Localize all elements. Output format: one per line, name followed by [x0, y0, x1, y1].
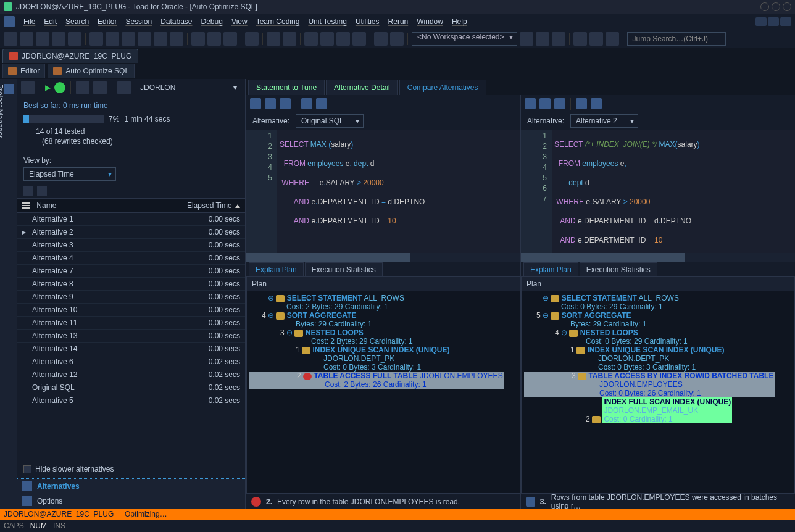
- menu-debug[interactable]: Debug: [201, 17, 223, 26]
- toolbar-button[interactable]: [374, 32, 388, 46]
- menu-team-coding[interactable]: Team Coding: [256, 17, 300, 26]
- toolbar-button[interactable]: [320, 32, 334, 46]
- folder-button[interactable]: [76, 81, 89, 94]
- alternative-row[interactable]: Alternative 30.00 secs: [17, 239, 245, 252]
- alternative-detail-tab[interactable]: Alternative Detail: [326, 80, 398, 95]
- explain-plan-tab[interactable]: Explain Plan: [523, 262, 578, 276]
- workspace-combo[interactable]: <No Workspace selected>: [412, 32, 517, 46]
- statement-to-tune-tab[interactable]: Statement to Tune: [248, 80, 325, 95]
- toolbar-button[interactable]: [390, 32, 404, 46]
- save-button[interactable]: [250, 98, 261, 109]
- play-button[interactable]: ▶: [45, 83, 51, 92]
- hide-slower-checkbox[interactable]: [23, 465, 31, 473]
- copy-button[interactable]: [280, 98, 291, 109]
- view-by-select[interactable]: Elapsed Time: [23, 167, 116, 181]
- toolbar-button[interactable]: [68, 32, 81, 46]
- toolbar-button[interactable]: [606, 32, 619, 46]
- toolbar-button[interactable]: [36, 32, 49, 46]
- toolbar-button[interactable]: [336, 32, 350, 46]
- mdi-close-button[interactable]: [780, 17, 791, 26]
- alternative-row[interactable]: Alternative 120.02 secs: [17, 368, 245, 381]
- highlight-button[interactable]: [316, 98, 327, 109]
- edit-button[interactable]: [576, 98, 587, 109]
- print-button[interactable]: [265, 98, 276, 109]
- menu-session[interactable]: Session: [125, 17, 152, 26]
- menu-database[interactable]: Database: [160, 17, 192, 26]
- right-plan-tree[interactable]: ⊖ SELECT STATEMENT ALL_ROWS Cost: 0 Byte…: [522, 291, 794, 493]
- alternative-row[interactable]: Alternative 100.00 secs: [17, 304, 245, 317]
- highlight-button[interactable]: [591, 98, 602, 109]
- compare-alternatives-tab[interactable]: Compare Alternatives: [399, 80, 486, 95]
- toolbar-button[interactable]: [573, 32, 587, 46]
- toolbar-button[interactable]: [267, 32, 280, 46]
- alternative-row[interactable]: Alternative 50.02 secs: [17, 394, 245, 407]
- toolbar-button[interactable]: [122, 32, 135, 46]
- stop-button[interactable]: [54, 82, 65, 93]
- alternative-row[interactable]: Alternative 10.00 secs: [17, 213, 245, 226]
- print-button[interactable]: [539, 98, 551, 109]
- toolbar-button[interactable]: [138, 32, 151, 46]
- left-plan-tree[interactable]: ⊖ SELECT STATEMENT ALL_ROWS Cost: 2 Byte…: [247, 291, 520, 493]
- elapsed-column-header[interactable]: Elapsed Time: [159, 199, 245, 212]
- menu-view[interactable]: View: [231, 17, 248, 26]
- toolbar-button[interactable]: [20, 32, 33, 46]
- toolbar-button[interactable]: [89, 32, 103, 46]
- alternative-row[interactable]: Alternative 90.00 secs: [17, 291, 245, 304]
- db-button[interactable]: [117, 81, 131, 94]
- left-sql-editor[interactable]: 12345 SELECT MAX (salary) FROM employees…: [246, 130, 520, 253]
- wand-button[interactable]: [21, 81, 35, 94]
- copy-button[interactable]: [554, 98, 565, 109]
- explain-plan-tab[interactable]: Explain Plan: [249, 262, 304, 276]
- toolbar-button[interactable]: [106, 32, 119, 46]
- right-alternative-combo[interactable]: Alternative 2: [570, 114, 638, 128]
- toolbar-button[interactable]: [52, 32, 65, 46]
- mdi-min-button[interactable]: [755, 17, 767, 26]
- jump-search[interactable]: Jump Search…(Ctrl+J): [627, 32, 726, 46]
- menu-file[interactable]: File: [23, 17, 35, 26]
- alternative-row[interactable]: Alternative 60.02 secs: [17, 355, 245, 368]
- name-column-header[interactable]: Name: [17, 199, 159, 212]
- alternative-row[interactable]: Alternative 130.00 secs: [17, 330, 245, 343]
- toolbar-button[interactable]: [283, 32, 296, 46]
- options-tab[interactable]: Options: [17, 494, 245, 509]
- toolbar-button[interactable]: [207, 32, 221, 46]
- right-sql-editor[interactable]: 1234567 SELECT /*+ INDEX_JOIN(E) */ MAX(…: [521, 130, 795, 253]
- alternative-row[interactable]: Original SQL0.02 secs: [17, 381, 245, 394]
- save-button[interactable]: [525, 98, 536, 109]
- menu-editor[interactable]: Editor: [98, 17, 117, 26]
- toolbar-button[interactable]: [520, 32, 533, 46]
- minimize-button[interactable]: [760, 2, 769, 11]
- execution-statistics-tab[interactable]: Execution Statistics: [305, 262, 383, 276]
- toolbar-button[interactable]: [154, 32, 167, 46]
- toolbar-button[interactable]: [170, 32, 183, 46]
- close-button[interactable]: [783, 2, 791, 11]
- mdi-max-button[interactable]: [768, 17, 779, 26]
- schema-combo[interactable]: JDORLON: [135, 81, 241, 94]
- menu-utilities[interactable]: Utilities: [356, 17, 380, 26]
- toolbar-button[interactable]: [589, 32, 603, 46]
- edit-button[interactable]: [301, 98, 312, 109]
- alternative-row[interactable]: Alternative 70.00 secs: [17, 265, 245, 278]
- alternative-row[interactable]: Alternative 20.00 secs: [17, 226, 245, 239]
- alternative-row[interactable]: Alternative 40.00 secs: [17, 252, 245, 265]
- connection-tab[interactable]: JDORLON@AZURE_19C_PLUG: [2, 49, 138, 63]
- execution-statistics-tab[interactable]: Execution Statistics: [580, 262, 657, 276]
- editor-tab[interactable]: Editor: [2, 64, 45, 78]
- folder-button-2[interactable]: [93, 81, 107, 94]
- toolbar-button[interactable]: [245, 32, 259, 46]
- menu-rerun[interactable]: Rerun: [388, 17, 409, 26]
- toolbar-button[interactable]: [223, 32, 237, 46]
- alternative-row[interactable]: Alternative 80.00 secs: [17, 278, 245, 291]
- menu-search[interactable]: Search: [65, 17, 89, 26]
- alternative-row[interactable]: Alternative 110.00 secs: [17, 317, 245, 330]
- alternative-row[interactable]: Alternative 140.00 secs: [17, 343, 245, 355]
- left-alternative-combo[interactable]: Original SQL: [296, 114, 364, 128]
- collapse-button[interactable]: [37, 186, 47, 196]
- toolbar-button[interactable]: [304, 32, 318, 46]
- toolbar-button[interactable]: [352, 32, 366, 46]
- toolbar-button[interactable]: [191, 32, 205, 46]
- menu-help[interactable]: Help: [452, 17, 467, 26]
- best-so-far-link[interactable]: Best so far: 0 ms run time: [23, 101, 108, 110]
- project-manager-tab[interactable]: Project Manager: [0, 79, 17, 509]
- toolbar-button[interactable]: [536, 32, 549, 46]
